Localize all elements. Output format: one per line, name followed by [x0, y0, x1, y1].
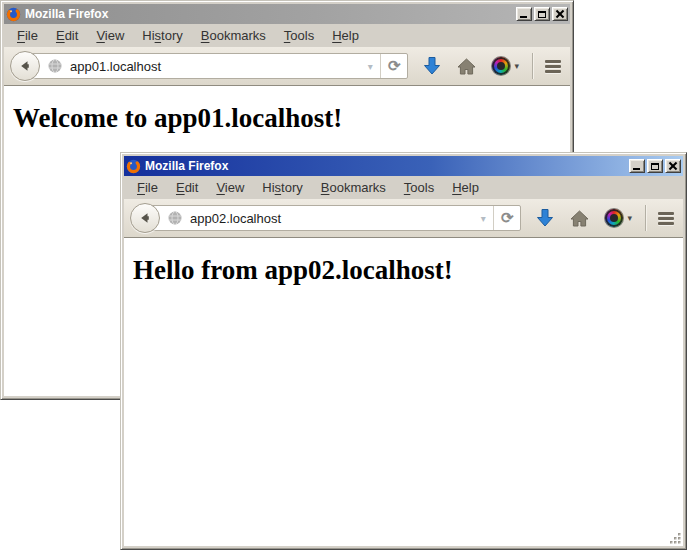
maximize-button[interactable] [647, 159, 663, 173]
resize-grip[interactable] [669, 532, 682, 545]
menu-bookmarks[interactable]: Bookmarks [312, 178, 395, 197]
minimize-icon [520, 16, 527, 18]
page-heading: Hello from app02.localhost! [133, 255, 683, 286]
addon-colorwheel-icon [605, 209, 623, 227]
home-icon [570, 210, 589, 227]
menu-file[interactable]: File [128, 178, 167, 197]
addon-colorwheel-icon [492, 57, 510, 75]
back-icon [17, 58, 33, 74]
window-title: Mozilla Firefox [145, 159, 627, 173]
app-menu-button[interactable] [658, 212, 674, 225]
home-button[interactable] [457, 58, 476, 75]
menu-help[interactable]: Help [323, 26, 368, 45]
titlebar[interactable]: Mozilla Firefox [124, 156, 683, 176]
menu-help[interactable]: Help [443, 178, 488, 197]
downloads-button[interactable] [423, 56, 441, 76]
home-button[interactable] [570, 210, 589, 227]
firefox-icon[interactable] [6, 7, 21, 22]
minimize-icon [633, 168, 640, 170]
back-button[interactable] [10, 51, 40, 81]
globe-icon[interactable] [47, 58, 63, 74]
maximize-icon [651, 163, 659, 170]
url-text[interactable]: app02.localhost [190, 211, 474, 226]
addon-button[interactable]: ▾ [605, 209, 632, 227]
globe-icon[interactable] [167, 210, 183, 226]
minimize-button[interactable] [629, 159, 645, 173]
addon-dropdown-icon: ▾ [514, 61, 519, 71]
menu-bar: File Edit View History Bookmarks Tools H… [4, 24, 570, 47]
close-button[interactable] [552, 7, 568, 21]
menu-view[interactable]: View [87, 26, 133, 45]
minimize-button[interactable] [516, 7, 532, 21]
close-icon [669, 162, 677, 170]
download-icon [423, 56, 441, 76]
window-title: Mozilla Firefox [25, 7, 514, 21]
menu-bookmarks[interactable]: Bookmarks [192, 26, 275, 45]
menu-history[interactable]: History [133, 26, 191, 45]
menu-hamburger-icon [658, 212, 674, 215]
toolbar-separator [645, 205, 646, 231]
addon-button[interactable]: ▾ [492, 57, 519, 75]
back-icon [137, 210, 153, 226]
back-button[interactable] [130, 203, 160, 233]
navigation-toolbar: app01.localhost ▾ ⟳ ▾ [4, 47, 570, 86]
menu-file[interactable]: File [8, 26, 47, 45]
app-menu-button[interactable] [545, 60, 561, 73]
urlbar-dropdown-icon[interactable]: ▾ [361, 61, 380, 72]
menu-history[interactable]: History [253, 178, 311, 197]
reload-button[interactable]: ⟳ [493, 206, 521, 230]
url-bar[interactable]: app02.localhost ▾ ⟳ [144, 205, 521, 231]
navigation-toolbar: app02.localhost ▾ ⟳ ▾ [124, 199, 683, 238]
window-app02: Mozilla Firefox File Edit View History B… [120, 152, 687, 550]
menu-edit[interactable]: Edit [167, 178, 207, 197]
downloads-button[interactable] [536, 208, 554, 228]
home-icon [457, 58, 476, 75]
page-content: Hello from app02.localhost! [124, 238, 683, 546]
url-bar[interactable]: app01.localhost ▾ ⟳ [24, 53, 408, 79]
url-text[interactable]: app01.localhost [70, 59, 361, 74]
menu-view[interactable]: View [207, 178, 253, 197]
menu-hamburger-icon [545, 60, 561, 63]
maximize-icon [538, 11, 546, 18]
menu-tools[interactable]: Tools [395, 178, 443, 197]
addon-dropdown-icon: ▾ [627, 213, 632, 223]
reload-button[interactable]: ⟳ [380, 54, 408, 78]
menu-bar: File Edit View History Bookmarks Tools H… [124, 176, 683, 199]
titlebar[interactable]: Mozilla Firefox [4, 4, 570, 24]
urlbar-dropdown-icon[interactable]: ▾ [474, 213, 493, 224]
close-button[interactable] [665, 159, 681, 173]
page-heading: Welcome to app01.localhost! [13, 103, 570, 134]
menu-edit[interactable]: Edit [47, 26, 87, 45]
toolbar-separator [532, 53, 533, 79]
maximize-button[interactable] [534, 7, 550, 21]
firefox-icon[interactable] [126, 159, 141, 174]
download-icon [536, 208, 554, 228]
menu-tools[interactable]: Tools [275, 26, 323, 45]
close-icon [556, 10, 564, 18]
